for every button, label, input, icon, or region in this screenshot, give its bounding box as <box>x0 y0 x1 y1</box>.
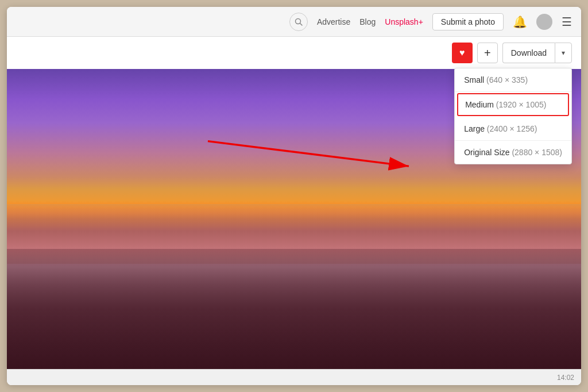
bottom-bar: 14:02 <box>7 369 581 385</box>
download-size-dropdown: Small (640 × 335) Medium (1920 × 1005) L… <box>454 68 572 164</box>
large-label: Large <box>464 124 485 133</box>
browser-frame: Advertise Blog Unsplash+ Submit a photo … <box>7 7 581 385</box>
nav-advertise[interactable]: Advertise <box>317 17 350 26</box>
size-large-option[interactable]: Large (2400 × 1256) <box>455 117 571 141</box>
submit-photo-button[interactable]: Submit a photo <box>432 13 504 30</box>
size-original-option[interactable]: Original Size (2880 × 1508) <box>455 141 571 164</box>
large-dimensions: (2400 × 1256) <box>487 124 537 133</box>
chevron-down-icon: ▾ <box>562 49 565 57</box>
size-small-option[interactable]: Small (640 × 335) <box>455 68 571 92</box>
size-medium-option[interactable]: Medium (1920 × 1005) <box>457 93 569 116</box>
plus-icon: + <box>484 47 491 60</box>
download-group: Download ▾ <box>502 43 572 63</box>
like-button[interactable]: ♥ <box>452 43 473 63</box>
content-area: ♥ + Download ▾ <box>7 37 581 369</box>
search-icon[interactable] <box>289 13 308 31</box>
nav-blog[interactable]: Blog <box>359 17 376 26</box>
small-dimensions: (640 × 335) <box>486 75 528 84</box>
small-label: Small <box>464 75 484 84</box>
bell-icon[interactable]: 🔔 <box>513 15 527 29</box>
original-dimensions: (2880 × 1508) <box>512 148 562 157</box>
medium-label: Medium <box>465 100 494 109</box>
medium-dimensions: (1920 × 1005) <box>496 100 547 109</box>
time-display: 14:02 <box>557 374 574 382</box>
svg-line-1 <box>300 23 302 25</box>
avatar[interactable] <box>536 14 552 30</box>
original-label: Original Size <box>464 148 509 157</box>
menu-icon[interactable]: ☰ <box>562 15 572 29</box>
nav-unsplash-plus[interactable]: Unsplash+ <box>385 17 423 26</box>
download-button[interactable]: Download <box>502 43 555 63</box>
add-to-collection-button[interactable]: + <box>477 43 498 63</box>
action-bar: ♥ + Download ▾ <box>7 37 581 69</box>
nav-bar: Advertise Blog Unsplash+ Submit a photo … <box>7 7 581 37</box>
download-dropdown-button[interactable]: ▾ <box>555 43 572 63</box>
heart-icon: ♥ <box>459 48 465 58</box>
